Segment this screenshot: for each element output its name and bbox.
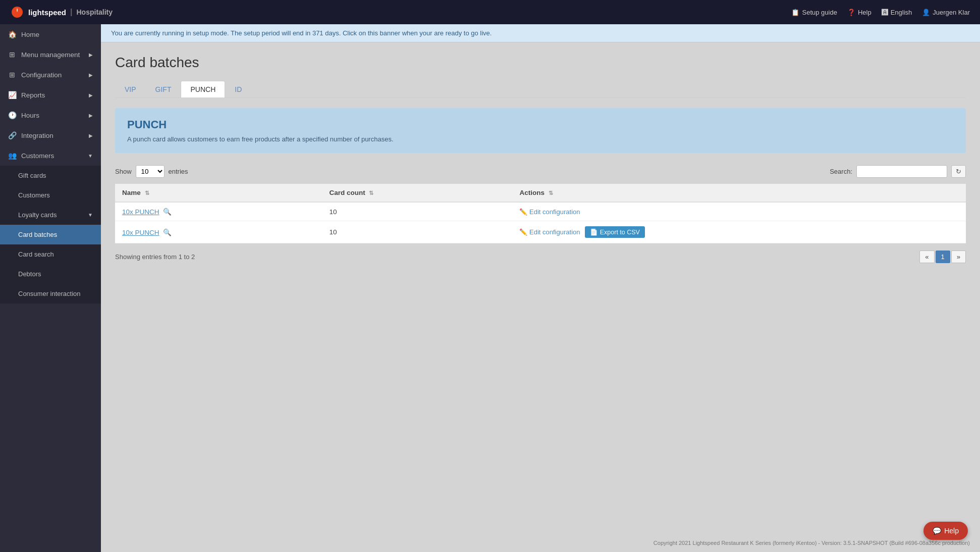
batch-name-link-1[interactable]: 10x PUNCH — [122, 229, 159, 236]
page-title: Card batches — [115, 55, 966, 71]
sidebar-item-gift-cards[interactable]: Gift cards — [0, 166, 101, 185]
punch-info-card: PUNCH A punch card allows customers to e… — [115, 108, 966, 153]
sidebar-item-card-search[interactable]: Card search — [0, 244, 101, 264]
card-batches-table: Name ⇅ Card count ⇅ Actions ⇅ — [115, 184, 966, 243]
export-csv-button-1[interactable]: 📄 Export to CSV — [585, 226, 645, 238]
help-fab-label: Help — [944, 527, 959, 535]
sidebar-integration-label: Integration — [21, 132, 53, 139]
cell-name-0: 10x PUNCH 🔍 — [115, 202, 322, 221]
sidebar-customers-label: Customers — [21, 152, 54, 160]
chevron-down-icon: ▼ — [88, 153, 93, 159]
user-icon: 👤 — [922, 9, 930, 16]
sidebar-item-loyalty-cards[interactable]: Loyalty cards ▼ — [0, 205, 101, 225]
setup-guide-label: Setup guide — [802, 9, 837, 16]
sidebar-item-hours[interactable]: 🕐 Hours ▶ — [0, 105, 101, 125]
logo: lightspeed | Hospitality — [10, 5, 113, 19]
sidebar-sub-loyalty: Card batches Card search — [0, 225, 101, 264]
entries-label: entries — [169, 168, 188, 175]
sidebar-item-card-batches[interactable]: Card batches — [0, 225, 101, 244]
show-entries: Show 10 25 50 100 entries — [115, 165, 188, 178]
pagination: Showing entries from 1 to 2 « 1 » — [115, 250, 966, 263]
edit-config-link-0[interactable]: ✏️ Edit configuration — [519, 208, 580, 216]
col-name[interactable]: Name ⇅ — [115, 184, 322, 202]
footer: Copyright 2021 Lightspeed Restaurant K S… — [101, 534, 980, 552]
sidebar-item-debtors[interactable]: Debtors — [0, 264, 101, 284]
sort-icon-count: ⇅ — [369, 190, 373, 196]
sidebar-hours-label: Hours — [21, 112, 39, 119]
integration-icon: 🔗 — [8, 131, 16, 139]
main-layout: 🏠 Home ⊞ Menu management ▶ ⊞ Configurati… — [0, 24, 980, 552]
setup-guide-button[interactable]: 📋 Setup guide — [791, 9, 837, 16]
help-icon: ❓ — [847, 9, 855, 16]
tab-id[interactable]: ID — [225, 81, 251, 98]
table-controls: Show 10 25 50 100 entries Search: ↻ — [115, 165, 966, 178]
page-1-button[interactable]: 1 — [936, 250, 950, 263]
help-fab-icon: 💬 — [933, 527, 941, 535]
sidebar-item-menu-management[interactable]: ⊞ Menu management ▶ — [0, 44, 101, 65]
setup-banner[interactable]: You are currently running in setup mode.… — [101, 24, 980, 42]
reports-icon: 📈 — [8, 91, 16, 99]
hours-icon: 🕐 — [8, 111, 16, 119]
search-icon-0: 🔍 — [163, 208, 172, 216]
sidebar: 🏠 Home ⊞ Menu management ▶ ⊞ Configurati… — [0, 24, 101, 552]
sidebar-customers-sub-label: Customers — [18, 191, 50, 199]
sidebar-card-batches-label: Card batches — [18, 231, 57, 238]
tab-punch[interactable]: PUNCH — [181, 81, 225, 98]
chevron-right-icon2: ▶ — [89, 72, 93, 78]
chevron-down-icon2: ▼ — [88, 212, 93, 218]
batch-name-link-0[interactable]: 10x PUNCH — [122, 208, 159, 216]
sidebar-item-home[interactable]: 🏠 Home — [0, 24, 101, 44]
sidebar-menu-label: Menu management — [21, 51, 80, 59]
search-input[interactable] — [856, 165, 947, 178]
sidebar-item-reports[interactable]: 📈 Reports ▶ — [0, 85, 101, 105]
main-content: You are currently running in setup mode.… — [101, 24, 980, 552]
prev-page-button[interactable]: « — [919, 250, 934, 263]
cell-count-1: 10 — [322, 221, 512, 243]
content-area: Card batches VIP GIFT PUNCH ID PUNCH — [101, 42, 980, 534]
col-card-count[interactable]: Card count ⇅ — [322, 184, 512, 202]
chevron-right-icon5: ▶ — [89, 133, 93, 138]
sidebar-reports-label: Reports — [21, 91, 45, 99]
page-buttons: « 1 » — [919, 250, 966, 263]
next-page-button[interactable]: » — [951, 250, 966, 263]
logo-divider: | — [70, 8, 72, 17]
tab-gift[interactable]: GIFT — [146, 81, 181, 98]
sidebar-loyalty-label: Loyalty cards — [18, 211, 57, 219]
search-box: Search: ↻ — [830, 165, 966, 178]
sidebar-item-configuration[interactable]: ⊞ Configuration ▶ — [0, 65, 101, 85]
showing-text: Showing entries from 1 to 2 — [115, 253, 195, 261]
cell-name-1: 10x PUNCH 🔍 — [115, 221, 322, 243]
info-card-description: A punch card allows customers to earn fr… — [127, 135, 954, 143]
col-actions[interactable]: Actions ⇅ — [512, 184, 966, 202]
logo-icon — [10, 5, 24, 19]
table-header-row: Name ⇅ Card count ⇅ Actions ⇅ — [115, 184, 966, 202]
sidebar-item-consumer-interaction[interactable]: Consumer interaction — [0, 284, 101, 304]
cell-actions-0: ✏️ Edit configuration — [512, 202, 966, 221]
refresh-button[interactable]: ↻ — [951, 165, 966, 178]
table-row: 10x PUNCH 🔍 10 ✏️ Edit configuration 📄 E… — [115, 221, 966, 243]
setup-guide-icon: 📋 — [791, 9, 799, 16]
help-button[interactable]: ❓ Help — [847, 9, 872, 16]
user-button[interactable]: 👤 Juergen Klar — [922, 9, 970, 16]
tabs-bar: VIP GIFT PUNCH ID — [115, 81, 966, 98]
help-label: Help — [858, 9, 872, 16]
topbar-actions: 📋 Setup guide ❓ Help 🅰 English 👤 Juergen… — [791, 9, 970, 16]
tab-vip[interactable]: VIP — [115, 81, 146, 98]
help-fab-button[interactable]: 💬 Help — [923, 522, 968, 540]
sidebar-item-integration[interactable]: 🔗 Integration ▶ — [0, 125, 101, 145]
config-icon: ⊞ — [8, 71, 16, 79]
sidebar-consumer-label: Consumer interaction — [18, 290, 81, 297]
language-button[interactable]: 🅰 English — [882, 9, 912, 16]
language-label: English — [891, 9, 912, 16]
edit-config-link-1[interactable]: ✏️ Edit configuration — [519, 228, 580, 236]
sidebar-item-customers[interactable]: 👥 Customers ▼ — [0, 145, 101, 166]
sidebar-gift-cards-label: Gift cards — [18, 172, 46, 179]
sidebar-item-customers-sub[interactable]: Customers — [0, 185, 101, 205]
sort-icon-actions: ⇅ — [549, 190, 553, 196]
sidebar-config-label: Configuration — [21, 71, 62, 79]
entries-select[interactable]: 10 25 50 100 — [136, 165, 165, 178]
language-icon: 🅰 — [882, 9, 888, 16]
logo-text: lightspeed — [28, 8, 66, 17]
cell-actions-1: ✏️ Edit configuration 📄 Export to CSV — [512, 221, 966, 243]
cell-count-0: 10 — [322, 202, 512, 221]
